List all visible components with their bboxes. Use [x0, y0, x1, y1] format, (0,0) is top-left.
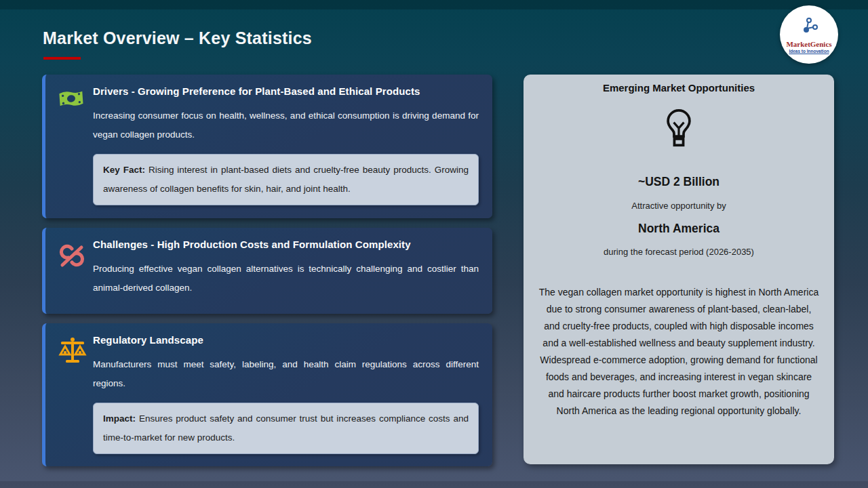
- key-statistics-column: Drivers - Growing Preference for Plant-B…: [42, 75, 492, 466]
- impact-text: Ensures product safety and consumer trus…: [103, 413, 469, 443]
- card-drivers: Drivers - Growing Preference for Plant-B…: [42, 75, 492, 218]
- card-heading: Regulatory Landscape: [93, 334, 479, 346]
- opportunity-period: during the forecast period (2026-2035): [538, 247, 819, 257]
- bottom-edge-strip: [0, 481, 868, 488]
- card-body: Producing effective vegan collagen alter…: [93, 260, 479, 298]
- key-fact-text: Rising interest in plant-based diets and…: [103, 165, 469, 194]
- top-edge-strip: [0, 0, 868, 9]
- logo-brand-text: MarketGenics: [786, 40, 831, 48]
- molecule-icon: [799, 16, 819, 39]
- card-body: Increasing consumer focus on health, wel…: [93, 106, 479, 144]
- panel-heading: Emerging Market Opportunities: [538, 82, 819, 94]
- lightbulb-icon: [538, 108, 819, 148]
- impact-label: Impact:: [103, 413, 136, 424]
- opportunity-subtitle: Attractive opportunity by: [538, 201, 819, 211]
- unlink-icon: [58, 237, 93, 304]
- opportunity-value: ~USD 2 Billion: [538, 175, 819, 189]
- card-heading: Challenges - High Production Costs and F…: [93, 239, 479, 250]
- money-icon: [58, 84, 93, 209]
- marketgenics-logo: MarketGenics Ideas to Innovation: [780, 5, 838, 64]
- opportunity-panel: Emerging Market Opportunities ~USD 2 Bil…: [524, 75, 834, 464]
- card-heading: Drivers - Growing Preference for Plant-B…: [93, 85, 479, 97]
- opportunity-region: North America: [538, 222, 819, 236]
- impact-box: Impact: Ensures product safety and consu…: [93, 403, 479, 454]
- card-regulatory: Regulatory Landscape Manufacturers must …: [42, 323, 492, 466]
- key-fact-label: Key Fact:: [103, 165, 145, 175]
- card-body: Manufacturers must meet safety, labeling…: [93, 355, 479, 393]
- scales-icon: [58, 333, 93, 457]
- page-title: Market Overview – Key Statistics: [43, 28, 312, 48]
- card-challenges: Challenges - High Production Costs and F…: [42, 228, 492, 314]
- logo-tagline-text: Ideas to Innovation: [789, 49, 829, 54]
- key-fact-box: Key Fact: Rising interest in plant-based…: [93, 154, 479, 205]
- title-underline: [43, 57, 81, 60]
- opportunity-description: The vegan collagen market opportunity is…: [538, 284, 819, 420]
